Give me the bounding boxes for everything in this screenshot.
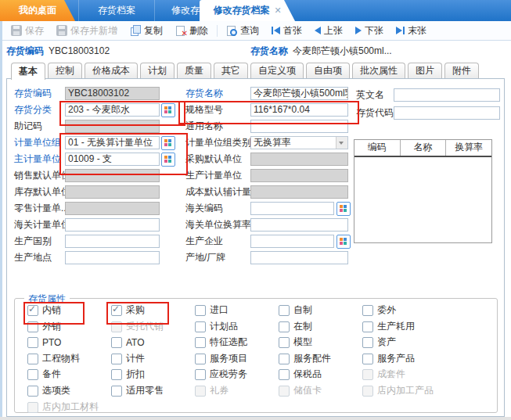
page-tab-7[interactable]: 自由项 <box>306 63 350 78</box>
field-input-left-10[interactable] <box>65 251 160 264</box>
lookup-icon[interactable] <box>336 202 351 216</box>
checkbox-icon <box>27 337 38 348</box>
field-input-right-0[interactable] <box>394 88 500 102</box>
field-input-left-8[interactable] <box>65 218 160 232</box>
lookup-icon[interactable] <box>161 153 175 167</box>
checkbox-icon <box>195 321 206 332</box>
close-icon[interactable]: ✕ <box>274 5 281 15</box>
checkbox-icon <box>279 386 290 397</box>
lookup-icon[interactable] <box>336 235 351 249</box>
field-label-left-6: 库存默认单位 <box>14 185 70 199</box>
delete-button[interactable]: 删除 <box>169 22 214 39</box>
field-input-left-3[interactable]: 01 - 无换算计量单位 <box>65 136 160 149</box>
field-label-middle-6: 成本默认辅计量 <box>185 185 251 199</box>
field-input-middle-7[interactable] <box>250 202 334 215</box>
checkbox-attr-3-1[interactable]: 在制 <box>279 321 312 332</box>
checkbox-label: 进口 <box>210 303 229 317</box>
page-tab-9[interactable]: 图片 <box>408 63 442 78</box>
checkbox-attr-2-1[interactable]: 计划品 <box>195 321 238 332</box>
lookup-icon[interactable] <box>161 136 175 150</box>
checkbox-attr-2-0[interactable]: 进口 <box>195 304 229 316</box>
field-input-middle-0[interactable]: 今麦郎芒顿小镇500ml乳酸菌 <box>250 87 348 100</box>
last-record-button[interactable]: 末张 <box>390 22 433 39</box>
last-record-icon <box>396 27 405 34</box>
checkbox-attr-0-6: 店内加工材料 <box>27 401 99 413</box>
previous-record-button[interactable]: 上张 <box>308 22 349 39</box>
field-input-middle-1[interactable]: 116*167*0.04 <box>250 103 348 117</box>
page-tab-3[interactable]: 计划 <box>140 63 175 78</box>
field-input-middle-3[interactable]: 无换算率 <box>250 136 348 149</box>
query-button[interactable]: 查询 <box>220 22 265 39</box>
checkbox-attr-4-0[interactable]: 委外 <box>362 304 396 316</box>
checkbox-label: 服务项目 <box>210 352 247 365</box>
checkbox-attr-3-0[interactable]: 自制 <box>279 304 312 316</box>
field-input-right-1[interactable] <box>394 106 500 120</box>
checkbox-attr-4-1[interactable]: 生产耗用 <box>362 321 415 332</box>
checkbox-label: 成套件 <box>377 368 405 381</box>
field-input-left-9[interactable] <box>65 235 160 248</box>
checkbox-attr-1-5[interactable]: 适用零售 <box>111 385 164 397</box>
tab-inventory-archive[interactable]: 存货档案 <box>78 0 155 21</box>
checkbox-attr-2-3[interactable]: 服务项目 <box>195 353 247 364</box>
field-input-middle-8[interactable] <box>250 218 348 232</box>
page-tab-0[interactable]: 基本 <box>11 63 45 80</box>
tab-my-desktop[interactable]: 我的桌面 <box>0 0 75 21</box>
checkbox-icon <box>27 369 38 380</box>
page-tab-2[interactable]: 价格成本 <box>85 63 138 78</box>
checkbox-attr-0-3[interactable]: 工程物料 <box>27 353 80 364</box>
checkbox-attr-4-2[interactable]: 资产 <box>362 336 396 348</box>
checkbox-attr-0-5[interactable]: 选项类 <box>27 385 70 397</box>
copy-button[interactable]: 复制 <box>124 22 169 39</box>
unit-table-col-code: 编码 <box>354 140 401 156</box>
lookup-icon[interactable] <box>161 103 175 117</box>
checkbox-attr-2-2[interactable]: 特征选配 <box>195 336 247 348</box>
checkbox-icon <box>195 354 206 364</box>
checkbox-attr-0-1[interactable]: 外销 <box>27 321 61 332</box>
tab-modify-inventory-archive-active[interactable]: 修改存货档案✕ <box>200 0 295 21</box>
checkbox-label: 在制 <box>293 320 312 333</box>
checkbox-attr-0-2[interactable]: PTO <box>27 336 61 348</box>
page-tab-6[interactable]: 自定义项 <box>250 63 304 78</box>
field-input-left-4[interactable]: 01009 - 支 <box>65 153 160 166</box>
checkbox-icon <box>27 305 38 316</box>
field-input-middle-9[interactable] <box>250 235 334 248</box>
first-record-button[interactable]: 首张 <box>265 22 308 39</box>
page-tab-10[interactable]: 附件 <box>444 63 479 78</box>
page-tab-5[interactable]: 其它 <box>214 63 248 78</box>
checkbox-icon <box>27 321 38 332</box>
field-label-middle-0: 存货名称 <box>185 87 223 100</box>
checkbox-attr-2-4[interactable]: 应税劳务 <box>195 368 247 380</box>
page-tab-4[interactable]: 质量 <box>177 63 211 78</box>
next-record-button[interactable]: 下张 <box>349 22 390 39</box>
checkbox-label: 店内加工产品 <box>377 384 434 397</box>
inventory-archive-window: { "window_tabs": [ {"label": "我的桌面"}, {"… <box>0 0 511 420</box>
field-label-left-7: 零售计量单... <box>14 202 69 215</box>
field-input-left-1[interactable]: 203 - 今麦郎水 <box>65 103 160 117</box>
checkbox-attr-3-4[interactable]: 保税品 <box>279 368 322 380</box>
query-label: 查询 <box>240 24 259 38</box>
page-tab-1[interactable]: 控制 <box>48 63 82 78</box>
field-input-middle-10[interactable] <box>250 251 348 264</box>
checkbox-attr-3-2[interactable]: 模型 <box>279 336 312 348</box>
checkbox-attr-4-3[interactable]: 服务产品 <box>362 353 415 364</box>
page-tab-8[interactable]: 批次属性 <box>352 63 405 78</box>
field-label-left-8: 海关计量单位 <box>14 218 70 232</box>
checkbox-icon <box>279 337 290 348</box>
checkbox-label: 自制 <box>293 303 312 317</box>
checkbox-attr-1-4[interactable]: 折扣 <box>111 368 145 380</box>
checkbox-label: 计划品 <box>210 320 238 333</box>
checkbox-attr-0-0[interactable]: 内销 <box>27 304 61 316</box>
checkbox-attr-3-3[interactable]: 服务配件 <box>279 353 331 364</box>
checkbox-attr-4-5: 店内加工产品 <box>362 385 434 397</box>
checkbox-attr-0-4[interactable]: 备件 <box>27 368 61 380</box>
checkbox-attr-1-0[interactable]: 采购 <box>111 304 145 316</box>
checkbox-label: 应税劳务 <box>210 368 247 381</box>
checkbox-label: 资产 <box>377 336 396 349</box>
checkbox-attr-1-3[interactable]: 计件 <box>111 353 145 364</box>
chevron-down-icon[interactable] <box>336 137 347 149</box>
checkbox-label: 委外 <box>377 303 396 317</box>
field-input-middle-2[interactable] <box>250 120 348 133</box>
checkbox-attr-2-5: 礼券 <box>195 385 229 397</box>
checkbox-attr-1-2[interactable]: ATO <box>111 336 145 348</box>
field-input-left-7 <box>65 202 160 215</box>
